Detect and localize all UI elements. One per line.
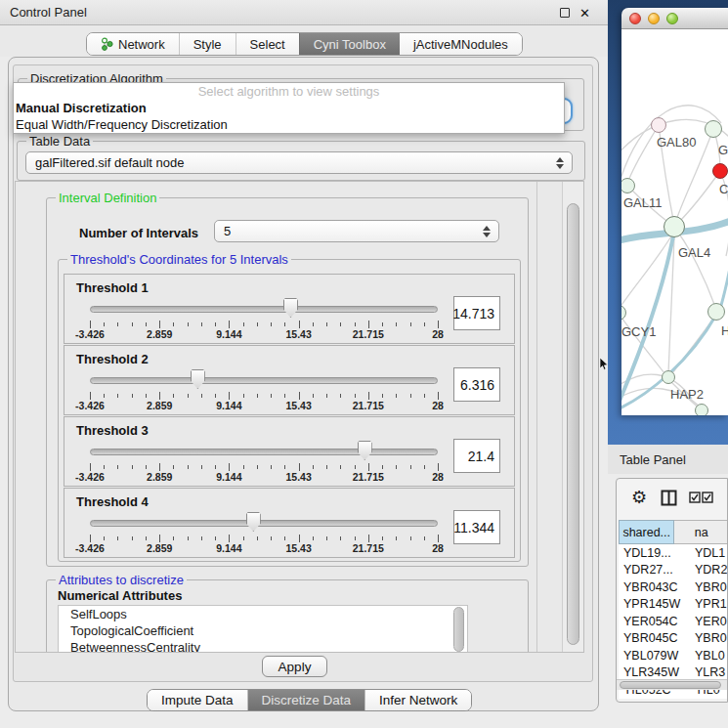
- cell-name[interactable]: YER0: [689, 615, 728, 628]
- table-row[interactable]: YDR27...YDR2: [619, 562, 728, 579]
- table-row[interactable]: YER054CYER0: [619, 613, 728, 630]
- table-row[interactable]: YBR045CYBR0: [619, 630, 728, 648]
- float-window-icon[interactable]: [560, 8, 570, 18]
- table-panel-titlebar: Table Panel: [608, 445, 728, 474]
- network-node-c[interactable]: [712, 163, 728, 179]
- threshold-value-field[interactable]: 6.316: [453, 367, 500, 402]
- columns-icon[interactable]: [661, 490, 677, 506]
- cell-name[interactable]: YLR3: [689, 665, 728, 679]
- tick-label: 21.715: [353, 328, 384, 340]
- cell-name[interactable]: YBR0: [689, 631, 728, 645]
- network-node-gal4[interactable]: [664, 216, 685, 237]
- threshold-label: Threshold 2: [76, 352, 149, 366]
- network-node-hap2[interactable]: [662, 370, 675, 384]
- close-icon[interactable]: ✕: [579, 7, 590, 20]
- cell-shared-name[interactable]: YBR045C: [619, 631, 689, 645]
- tick-label: -3.426: [75, 542, 105, 554]
- tick-label: 28: [432, 471, 444, 483]
- node-label: GAL80: [657, 135, 696, 150]
- slider-tick-labels: -3.4262.8599.14415.4321.71528: [90, 400, 438, 411]
- table-row[interactable]: YBR043CYBR0: [619, 578, 728, 596]
- column-header-name[interactable]: na: [674, 520, 728, 544]
- cell-name[interactable]: YPR1: [689, 597, 728, 611]
- slider-handle[interactable]: [283, 298, 298, 318]
- column-header-shared-name[interactable]: shared...: [619, 520, 674, 544]
- slider-track[interactable]: [90, 449, 438, 455]
- slider-ticks: [90, 463, 438, 471]
- network-node[interactable]: [695, 404, 708, 415]
- slider-handle[interactable]: [246, 512, 261, 532]
- interval-definition-group: Interval Definition Number of Intervals …: [46, 197, 529, 567]
- tab-style[interactable]: Style: [179, 33, 236, 55]
- zoom-traffic-light-icon[interactable]: [666, 13, 678, 24]
- combo-spinner-icon[interactable]: [482, 225, 491, 238]
- node-label: H: [721, 323, 728, 338]
- threshold-value-field[interactable]: 21.4: [453, 439, 500, 473]
- table-row[interactable]: YDL19...YDL1: [619, 544, 728, 562]
- cell-shared-name[interactable]: YBR043C: [619, 580, 689, 594]
- checkbox-checked-icon[interactable]: [702, 492, 713, 503]
- table-data-value: galFiltered.sif default node: [35, 155, 184, 170]
- numerical-attributes-label: Numerical Attributes: [58, 588, 182, 603]
- tab-jactivemnodules[interactable]: jActiveMNodules: [400, 33, 522, 55]
- network-node-g[interactable]: [705, 120, 722, 138]
- threshold-value-field[interactable]: 11.344: [453, 510, 500, 544]
- network-canvas[interactable]: GAL80GCGAL11GAL4GCY1HHAP2: [621, 29, 728, 415]
- attribute-list-item[interactable]: SelfLoops: [59, 606, 467, 622]
- node-label: GAL11: [623, 195, 663, 210]
- popup-placeholder: Select algorithm to view settings: [14, 83, 564, 100]
- checkbox-checked-icon[interactable]: [689, 492, 701, 503]
- attribute-list-item[interactable]: TopologicalCoefficient: [59, 622, 467, 639]
- slider-track[interactable]: [90, 306, 438, 313]
- vertical-scrollbar-track[interactable]: [562, 182, 583, 652]
- cell-name[interactable]: YDL1: [689, 546, 728, 560]
- gear-icon[interactable]: ⚙: [631, 489, 647, 506]
- table-panel-title: Table Panel: [608, 452, 686, 467]
- vertical-scrollbar-thumb[interactable]: [567, 203, 579, 645]
- slider-track[interactable]: [90, 377, 438, 384]
- close-traffic-light-icon[interactable]: [629, 13, 641, 24]
- table-row[interactable]: YPR145WYPR1: [619, 596, 728, 614]
- horizontal-scrollbar-track[interactable]: [617, 679, 727, 690]
- table-row[interactable]: YBL079WYBL0: [619, 647, 728, 664]
- tab-network[interactable]: Network: [87, 33, 179, 55]
- bottom-tab-infer-network[interactable]: Infer Network: [364, 690, 471, 710]
- horizontal-scrollbar-thumb[interactable]: [620, 681, 721, 689]
- apply-button[interactable]: Apply: [262, 656, 327, 677]
- cell-name[interactable]: YDR2: [689, 563, 728, 577]
- network-node-h[interactable]: [707, 303, 725, 321]
- slider-handle[interactable]: [358, 441, 372, 460]
- node-label: HAP2: [670, 387, 704, 402]
- tick-label: 15.43: [285, 328, 311, 340]
- bottom-tab-impute-data[interactable]: Impute Data: [148, 690, 247, 710]
- minimize-traffic-light-icon[interactable]: [648, 13, 660, 24]
- popup-option-manual[interactable]: Manual Discretization: [14, 100, 564, 116]
- number-of-intervals-combobox[interactable]: 5: [214, 220, 499, 242]
- slider-track[interactable]: [90, 520, 438, 527]
- table-data-combobox[interactable]: galFiltered.sif default node: [25, 151, 573, 174]
- combo-spinner-icon[interactable]: [555, 156, 564, 170]
- tab-label: Network: [118, 37, 165, 52]
- attribute-list-item[interactable]: BetweennessCentrality: [59, 639, 467, 653]
- cell-shared-name[interactable]: YPR145W: [619, 597, 689, 611]
- slider-handle[interactable]: [191, 369, 205, 389]
- network-window[interactable]: GAL80GCGAL11GAL4GCY1HHAP2: [621, 8, 728, 415]
- cell-shared-name[interactable]: YDL19...: [619, 546, 689, 560]
- tab-cyni-toolbox[interactable]: Cyni Toolbox: [299, 33, 400, 55]
- tick-label: 9.144: [216, 471, 241, 483]
- tick-label: 2.859: [147, 400, 172, 411]
- cell-name[interactable]: YBR0: [689, 580, 728, 594]
- bottom-tab-discretize-data[interactable]: Discretize Data: [247, 690, 365, 710]
- popup-option-equal-width[interactable]: Equal Width/Frequency Discretization: [14, 116, 564, 133]
- attributes-scrollbar-thumb[interactable]: [453, 607, 464, 652]
- cell-shared-name[interactable]: YDR27...: [619, 563, 689, 577]
- cell-shared-name[interactable]: YLR345W: [619, 665, 689, 679]
- tab-select[interactable]: Select: [236, 33, 299, 55]
- network-window-titlebar[interactable]: [621, 8, 728, 29]
- cell-shared-name[interactable]: YBL079W: [619, 649, 689, 663]
- cell-shared-name[interactable]: YER054C: [619, 615, 689, 628]
- tick-label: 28: [432, 328, 444, 340]
- network-node-gal80[interactable]: [651, 117, 666, 133]
- threshold-value-field[interactable]: 14.713: [453, 296, 500, 330]
- cell-name[interactable]: YBL0: [689, 649, 728, 663]
